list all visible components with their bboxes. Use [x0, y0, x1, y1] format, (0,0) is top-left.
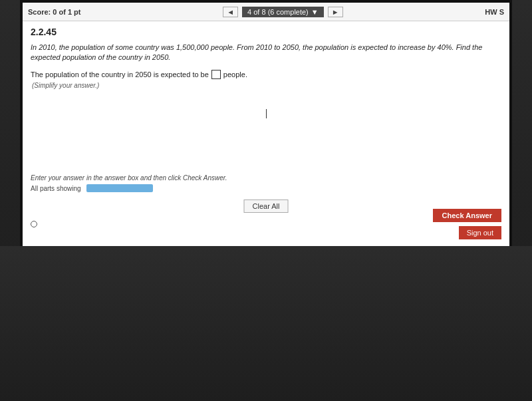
progress-label: 4 of 8 (6 complete): [247, 8, 309, 16]
simplify-note: (Simplify your answer.): [32, 82, 501, 89]
question-text: In 2010, the population of some country …: [31, 43, 501, 63]
radio-button[interactable]: [31, 221, 37, 227]
text-cursor: [266, 109, 267, 118]
next-button[interactable]: ►: [328, 7, 343, 17]
parts-progress-bar: [86, 184, 153, 192]
answer-prefix: The population of the country in 2050 is…: [31, 70, 209, 78]
navigation-controls: ◄ 4 of 8 (6 complete) ▼ ►: [223, 7, 342, 17]
instructions-text: Enter your answer in the answer box and …: [31, 174, 501, 182]
laptop-body: Score: 0 of 1 pt ◄ 4 of 8 (6 complete) ▼…: [0, 0, 532, 401]
bottom-buttons-area: Check Answer Sign out: [433, 209, 501, 239]
dropdown-arrow-icon: ▼: [311, 8, 319, 16]
browser-window: Score: 0 of 1 pt ◄ 4 of 8 (6 complete) ▼…: [23, 3, 509, 246]
screen: Score: 0 of 1 pt ◄ 4 of 8 (6 complete) ▼…: [20, 0, 512, 246]
check-answer-button[interactable]: Check Answer: [433, 209, 501, 222]
answer-line: The population of the country in 2050 is…: [31, 70, 501, 79]
instructions-area: Enter your answer in the answer box and …: [31, 174, 501, 196]
keyboard: esc ← → ↺ ⬜ ⬜⬜ ○ ✦ 🔊 ! @ # $ % ^ & * ( ): [0, 246, 532, 401]
prev-button[interactable]: ◄: [223, 7, 238, 17]
answer-suffix: people.: [223, 70, 247, 78]
problem-number: 2.2.45: [31, 27, 501, 37]
all-parts-row: All parts showing: [31, 184, 501, 192]
hw-section-label: HW S: [485, 8, 504, 16]
main-content-area: 2.2.45 In 2010, the population of some c…: [23, 21, 509, 94]
progress-button[interactable]: 4 of 8 (6 complete) ▼: [242, 7, 324, 17]
clear-all-button[interactable]: Clear All: [244, 200, 289, 213]
answer-input-box[interactable]: [211, 70, 221, 79]
top-navigation-bar: Score: 0 of 1 pt ◄ 4 of 8 (6 complete) ▼…: [23, 3, 509, 21]
score-label: Score: 0 of 1 pt: [28, 8, 80, 16]
all-parts-label: All parts showing: [31, 185, 81, 192]
sign-out-button[interactable]: Sign out: [459, 226, 501, 239]
